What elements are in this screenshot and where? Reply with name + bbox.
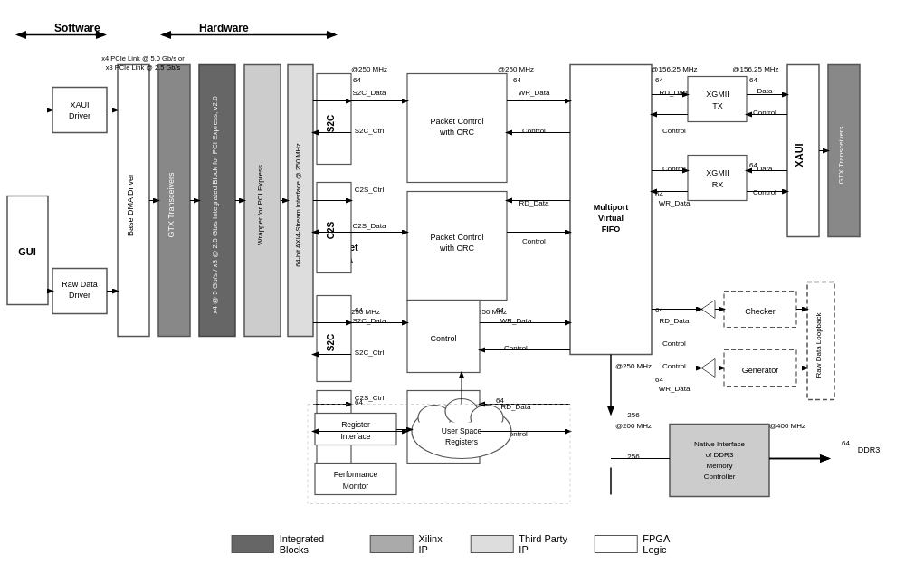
legend-xilinx-box: [370, 535, 413, 553]
legend-xilinx: Xilinx IP: [370, 533, 452, 555]
link-label1: x4 PCIe Link @ 5.0 Gb/s or: [101, 54, 185, 62]
legend-fpga-box: [595, 535, 637, 553]
c2s-data-label: C2S_Data: [353, 222, 386, 230]
wr-data-vfifo-top: WR_Data: [659, 199, 691, 207]
reg-iface-label2: Interface: [340, 432, 370, 441]
data-xgmii-tx: Data: [757, 87, 773, 95]
s2c-ctrl-bot-label: S2C_Ctrl: [355, 349, 385, 357]
legend: Integrated Blocks Xilinx IP Third Party …: [231, 533, 693, 555]
bus64-s2c-bot: 64: [355, 306, 363, 314]
wr-data-top-label: WR_Data: [519, 89, 550, 97]
link-label2: x8 PCIe Link @ 2.5 Gb/s: [106, 63, 181, 72]
checker-label: Checker: [745, 307, 776, 316]
legend-fpga-label: FPGA Logic: [643, 533, 692, 555]
legend-integrated-box: [231, 535, 273, 553]
data-xgmii-rx: Data: [757, 165, 773, 173]
diagram-container: Software Hardware GUI XAUI Driver Raw Da…: [0, 0, 924, 564]
rd-data-bot-r: RD_Data: [501, 403, 531, 411]
hardware-label: Hardware: [199, 22, 249, 34]
user-space-label2: Registers: [445, 437, 478, 446]
ddr3-ctrl-label1: Native Interface: [694, 440, 746, 448]
raw-data-loopback-label: Raw Data Loopback: [814, 311, 823, 378]
control-top-label: Control: [522, 127, 546, 135]
bus256-bot-label: 256: [627, 453, 640, 461]
control-xgmii-tx: Control: [753, 109, 776, 117]
xgmii-rx-box: [688, 156, 747, 201]
gui-label: GUI: [18, 246, 36, 257]
reg-iface-label1: Register: [341, 420, 370, 429]
bus64-data-tx: 64: [749, 76, 757, 84]
freq-250-top: @250 MHz: [351, 65, 387, 73]
raw-driver-label1: Raw Data: [62, 280, 98, 289]
wr-data-bot-r: WR_Data: [500, 317, 532, 325]
legend-integrated: Integrated Blocks: [231, 533, 352, 555]
legend-fpga: FPGA Logic: [595, 533, 693, 555]
control-vfifo-bot1: Control: [662, 339, 686, 348]
bus64-ddr3: 64: [842, 439, 850, 447]
control-vfifo-top1: Control: [662, 127, 686, 135]
bus64-c2s-bot: 64: [355, 398, 363, 406]
c2s-ctrl-label: C2S_Ctrl: [355, 186, 385, 194]
multiport-label1: Multiport: [594, 203, 629, 212]
perf-monitor-label2: Monitor: [343, 482, 369, 491]
main-diagram: Software Hardware GUI XAUI Driver Raw Da…: [0, 0, 924, 564]
bus64-rd-bot: 64: [496, 397, 504, 405]
bus64-data-rx: 64: [749, 161, 757, 169]
wrapper-label: Wrapper for PCI Express: [256, 165, 264, 245]
bus64-rd-vfifo: 64: [655, 76, 663, 84]
ddr3-ctrl-label2: of DDR3: [706, 451, 734, 459]
xgmii-rx-label2: RX: [712, 180, 724, 189]
xaui-driver-box: [52, 88, 107, 133]
control-s2c-label: Control: [430, 334, 456, 343]
xgmii-tx-box: [688, 77, 747, 122]
packet-ctrl-top-label2: with CRC: [439, 128, 475, 137]
generator-label: Generator: [742, 366, 779, 375]
legend-third-party-label: Third Party IP: [519, 533, 576, 555]
bus64-wr-vfifo-bot: 64: [655, 376, 663, 384]
s2c-data-label: S2C_Data: [353, 89, 386, 97]
triangle-bot: [701, 359, 715, 378]
freq-156-tr: @156.25 MHz: [732, 65, 778, 73]
control-vfifo-top2: Control: [662, 165, 686, 173]
bus64-wr-bot: 64: [496, 306, 504, 314]
s2c-data-bot-label: S2C_Data: [353, 317, 386, 325]
triangle-top: [701, 301, 715, 319]
software-label: Software: [54, 22, 100, 34]
ddr3-ctrl-label3: Memory: [707, 462, 733, 470]
bus64-wr-vfifo: 64: [655, 190, 663, 198]
bus256-top-label: 256: [627, 411, 640, 419]
xaui-driver-label1: XAUI: [70, 100, 89, 110]
wr-data-vfifo-bot: WR_Data: [659, 385, 691, 393]
xgmii-rx-label1: XGMII: [706, 168, 729, 177]
axi-stream-label: 64-bit AXI4-Stream Interface @ 250 MHz: [294, 143, 302, 267]
legend-third-party: Third Party IP: [471, 533, 576, 555]
rd-data-vfifo-top: RD_Data: [660, 89, 690, 97]
control-bot-label: Control: [522, 237, 546, 245]
xaui-driver-label2: Driver: [69, 111, 90, 120]
raw-driver-label2: Driver: [69, 291, 90, 300]
gtx-transceivers-label: GTX Transceivers: [167, 172, 176, 238]
rd-data-vfifo-bot: RD_Data: [660, 317, 690, 325]
s2c-ctrl-label: S2C_Ctrl: [355, 127, 385, 135]
multiport-label2: Virtual: [598, 214, 624, 223]
ddr3-ctrl-box: [670, 425, 769, 497]
freq-250-bot-right: @250 MHz: [615, 362, 652, 370]
xgmii-tx-label2: TX: [712, 101, 723, 110]
xaui-label: XAUI: [794, 143, 805, 167]
freq-200-label: @200 MHz: [615, 422, 652, 430]
s2c-top-label: S2C: [326, 115, 336, 132]
freq-250-right-top: @250 MHz: [498, 65, 534, 73]
packet-ctrl-top-label1: Packet Control: [430, 117, 483, 126]
control-s2c-r: Control: [504, 344, 528, 352]
bus-64-s2c-data: 64: [353, 76, 361, 84]
packet-ctrl-bot-label2: with CRC: [439, 244, 475, 253]
base-dma-label: Base DMA Driver: [126, 174, 135, 236]
gtx-right-label: GTX Transceivers: [837, 126, 845, 184]
xgmii-tx-label1: XGMII: [706, 90, 729, 99]
legend-third-party-box: [471, 535, 513, 553]
freq-400-label: @400 MHz: [769, 422, 805, 430]
legend-xilinx-label: Xilinx IP: [418, 533, 452, 555]
packet-ctrl-bot-label1: Packet Control: [430, 233, 483, 242]
ddr3-ctrl-label4: Controller: [704, 473, 736, 481]
ddr3-label: DDR3: [858, 445, 881, 454]
